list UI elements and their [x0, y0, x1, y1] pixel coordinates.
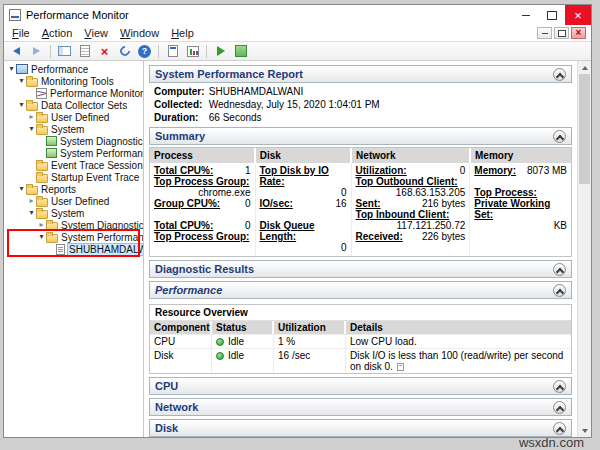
- collapse-button[interactable]: [553, 263, 566, 276]
- collapse-button[interactable]: [553, 380, 566, 393]
- section-diagnostic-results[interactable]: Diagnostic Results: [149, 260, 572, 278]
- export-list-button[interactable]: [76, 43, 93, 59]
- summary-field: Group CPU%:0: [154, 198, 251, 209]
- expander-icon[interactable]: [17, 101, 26, 109]
- summary-label: Top Process Group:: [154, 176, 249, 187]
- column-header-component: Component: [150, 321, 212, 334]
- summary-value: chrome.exe: [198, 187, 250, 198]
- collapse-button[interactable]: [553, 68, 566, 81]
- console-body: Performance Monitoring Tools Performance…: [4, 61, 591, 437]
- scrollbar[interactable]: [577, 61, 591, 437]
- help-button[interactable]: [136, 43, 153, 59]
- back-arrow-icon: [13, 47, 20, 55]
- report-view: System Performance Report Computer: SHUB…: [144, 61, 591, 437]
- tree-item-startup-event-trace-sessions[interactable]: Startup Event Trace Sessions: [4, 171, 143, 183]
- chart-view-button[interactable]: [184, 43, 201, 59]
- collected-label: Collected:: [154, 98, 206, 111]
- maximize-button[interactable]: [539, 5, 565, 25]
- collapse-button[interactable]: [553, 130, 566, 143]
- collapse-button[interactable]: [553, 401, 566, 414]
- column-header-status: Status: [212, 321, 274, 334]
- menu-help[interactable]: Help: [165, 26, 200, 40]
- show-console-tree-button[interactable]: [56, 43, 73, 59]
- expander-icon[interactable]: [27, 125, 36, 133]
- minimize-button[interactable]: [513, 5, 539, 25]
- tree-item-system-performance[interactable]: System Performance: [4, 147, 143, 159]
- latest-report-button[interactable]: [232, 43, 249, 59]
- menu-file[interactable]: File: [6, 26, 36, 40]
- tree-item-reports[interactable]: Reports: [4, 183, 143, 195]
- expander-icon[interactable]: [37, 233, 46, 241]
- close-button[interactable]: [565, 5, 591, 25]
- summary-label: Sent:: [356, 198, 381, 209]
- tree-item-label: Reports: [41, 184, 76, 195]
- report-view-button[interactable]: [164, 43, 181, 59]
- summary-field: Total CPU%:0: [154, 220, 251, 231]
- tree-item-label: User Defined: [51, 112, 109, 123]
- tree-item-reports-system-diagnostics[interactable]: System Diagnostics: [4, 219, 143, 231]
- tree-item-performance[interactable]: Performance: [4, 63, 143, 75]
- summary-field: Received:226 bytes: [356, 231, 466, 242]
- section-disk[interactable]: Disk: [149, 419, 572, 437]
- scroll-up-icon[interactable]: [578, 61, 591, 74]
- console-tree: Performance Monitoring Tools Performance…: [4, 61, 144, 437]
- back-button[interactable]: [8, 43, 25, 59]
- child-restore-button[interactable]: [554, 27, 569, 39]
- expander-icon[interactable]: [27, 209, 36, 217]
- refresh-button[interactable]: [116, 43, 133, 59]
- section-performance[interactable]: Performance: [149, 281, 572, 299]
- tree-item-reports-system-performance[interactable]: System Performance: [4, 231, 143, 243]
- console-tree-icon: [58, 46, 71, 56]
- tree-item-system-diagnostics[interactable]: System Diagnostics: [4, 135, 143, 147]
- component-cell: CPU: [150, 335, 212, 348]
- collapse-button[interactable]: [553, 422, 566, 435]
- tree-item-event-trace-sessions[interactable]: Event Trace Sessions: [4, 159, 143, 171]
- child-minimize-button[interactable]: [537, 27, 552, 39]
- section-system-performance-report[interactable]: System Performance Report: [149, 65, 572, 83]
- tree-item-label: Startup Event Trace Sessions: [51, 172, 143, 183]
- report-body: System Performance Report Computer: SHUB…: [144, 61, 577, 437]
- summary-header-network: Network: [352, 148, 471, 163]
- summary-label: Utilization:: [356, 165, 407, 176]
- menu-action[interactable]: Action: [36, 26, 79, 40]
- tree-item-label: Event Trace Sessions: [51, 160, 143, 171]
- tree-item-reports-user-defined[interactable]: User Defined: [4, 195, 143, 207]
- delete-button[interactable]: [96, 43, 113, 59]
- summary-table: Process Disk Network Memory Total CPU%:1…: [149, 147, 572, 257]
- report-info: Computer: SHUBHAMDALWANI Collected: Wedn…: [154, 85, 567, 124]
- tree-item-reports-system[interactable]: System: [4, 207, 143, 219]
- expander-icon[interactable]: [27, 113, 36, 121]
- section-network[interactable]: Network: [149, 398, 572, 416]
- menu-window[interactable]: Window: [114, 26, 165, 40]
- expander-icon[interactable]: [7, 65, 16, 73]
- tree-item-shubhamdalwani-report[interactable]: SHUBHAMDALWANI_20: [4, 243, 143, 255]
- child-close-button[interactable]: [571, 27, 586, 39]
- collapse-button[interactable]: [553, 284, 566, 297]
- section-summary[interactable]: Summary: [149, 127, 572, 145]
- tree-item-system[interactable]: System: [4, 123, 143, 135]
- expander-icon[interactable]: [27, 197, 36, 205]
- expander-icon[interactable]: [17, 185, 26, 193]
- start-data-collector-button[interactable]: [212, 43, 229, 59]
- tree-item-user-defined[interactable]: User Defined: [4, 111, 143, 123]
- column-header-details: Details: [346, 321, 571, 334]
- menu-view[interactable]: View: [78, 26, 114, 40]
- forward-button[interactable]: [28, 43, 45, 59]
- scroll-thumb[interactable]: [579, 74, 590, 184]
- section-cpu[interactable]: CPU: [149, 377, 572, 395]
- menu-bar: File Action View Window Help: [4, 25, 591, 42]
- folder-icon: [26, 102, 38, 111]
- tree-item-monitoring-tools[interactable]: Monitoring Tools: [4, 75, 143, 87]
- folder-icon: [46, 234, 58, 243]
- expander-icon[interactable]: [17, 77, 26, 85]
- tree-item-data-collector-sets[interactable]: Data Collector Sets: [4, 99, 143, 111]
- computer-value: SHUBHAMDALWANI: [209, 86, 303, 97]
- expander-icon[interactable]: [37, 221, 46, 229]
- details-cell: Low CPU load.: [346, 335, 571, 348]
- summary-value: 168.63.153.205: [396, 187, 466, 198]
- tree-item-label: User Defined: [51, 196, 109, 207]
- tree-item-performance-monitor[interactable]: Performance Monitor: [4, 87, 143, 99]
- performance-monitor-window: Performance Monitor File Action View Win…: [3, 4, 592, 438]
- child-window-controls: [537, 27, 589, 39]
- folder-icon: [36, 174, 48, 183]
